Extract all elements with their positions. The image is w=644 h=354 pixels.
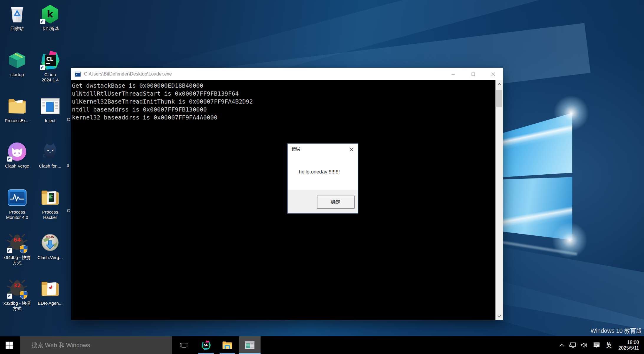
taskbar: CL xyxy=(0,336,644,354)
console-line: ulKernel32BaseThreadInitThunk is 0x00007… xyxy=(72,98,495,106)
desktop-icon-edr-agent-folder[interactable]: EDR-Agen... xyxy=(34,278,67,306)
svg-text:64: 64 xyxy=(13,237,21,243)
taskbar-search-input[interactable] xyxy=(20,336,172,354)
dialog-titlebar[interactable]: 错误 xyxy=(288,144,358,155)
speaker-icon xyxy=(581,342,588,348)
console-scrollbar[interactable] xyxy=(495,80,503,320)
desktop-icon-clion[interactable]: CL CLion 2024.1.4 xyxy=(34,50,67,83)
shortcut-arrow-icon xyxy=(40,19,45,24)
system-tray: 英 18:00 2025/5/11 xyxy=(557,336,640,354)
svg-text:k: k xyxy=(47,9,53,20)
desktop-icon-processexplorer-folder[interactable]: ProcessEx... xyxy=(1,96,34,123)
chevron-up-icon xyxy=(498,83,501,85)
folder-terminal-icon xyxy=(39,187,61,208)
error-dialog: 错误 hello,oneday!!!!!!!!! 确定 xyxy=(287,143,358,214)
console-line: Get dwstackBase is 0x000000ED18B40000 xyxy=(72,82,495,90)
clash-cat-icon xyxy=(39,141,61,162)
minimize-button[interactable] xyxy=(443,68,463,80)
clock-time: 18:00 xyxy=(618,340,639,345)
minimize-icon xyxy=(451,72,455,76)
taskbar-app-file-explorer[interactable] xyxy=(218,336,237,354)
desktop-icon-process-monitor[interactable]: Process Monitor 4.0 xyxy=(1,187,34,220)
file-explorer-icon xyxy=(222,341,233,350)
console-line: ntdll baseaddrss is 0x00007FF9FB130000 xyxy=(72,106,495,114)
action-center-icon xyxy=(593,342,600,349)
dialog-close-button[interactable] xyxy=(345,144,358,155)
app-window-icon xyxy=(39,96,61,117)
task-view-button[interactable] xyxy=(177,336,191,354)
icon-label: Process Hacker xyxy=(35,209,65,220)
tray-volume[interactable] xyxy=(579,336,590,354)
scroll-up-button[interactable] xyxy=(495,80,503,88)
console-window: C:\Users\BitDefender\Desktop\Loader.exe … xyxy=(71,68,503,320)
desktop-icon-x64dbg[interactable]: 64 x64dbg - 快捷方式 xyxy=(1,232,34,266)
desktop-icon-process-hacker[interactable]: Process Hacker xyxy=(34,187,67,220)
close-icon xyxy=(491,72,495,76)
process-monitor-icon xyxy=(6,187,28,208)
maximize-button[interactable] xyxy=(463,68,483,80)
icon-label: Clash.Verg... xyxy=(37,255,63,260)
desktop-icon-startup[interactable]: startup xyxy=(1,50,34,77)
dialog-message: hello,oneday!!!!!!!!! xyxy=(299,169,340,175)
desktop-icon-nsis-installer[interactable]: NSIS Clash.Verg... xyxy=(34,232,67,260)
folder-icon xyxy=(6,96,28,117)
console-titlebar[interactable]: C:\Users\BitDefender\Desktop\Loader.exe xyxy=(71,68,503,80)
shortcut-arrow-icon xyxy=(40,65,45,70)
svg-text:CL: CL xyxy=(204,343,208,346)
icon-label: Inject xyxy=(45,118,55,123)
maximize-icon xyxy=(471,72,475,76)
console-window-title: C:\Users\BitDefender\Desktop\Loader.exe xyxy=(84,71,172,77)
clipped-icon-label: C xyxy=(67,208,70,213)
shortcut-arrow-icon xyxy=(7,294,12,299)
icon-label: x64dbg - 快捷方式 xyxy=(2,255,32,266)
task-view-icon xyxy=(180,342,188,348)
tray-clock[interactable]: 18:00 2025/5/11 xyxy=(615,340,640,351)
start-button[interactable] xyxy=(0,336,18,354)
icon-label: CLion 2024.1.4 xyxy=(35,72,65,83)
bug-debugger-icon: 32 xyxy=(6,278,28,299)
taskbar-app-clion[interactable]: CL xyxy=(196,336,216,354)
ok-button[interactable]: 确定 xyxy=(317,196,355,209)
desktop-icon-x32dbg[interactable]: 32 x32dbg - 快捷方式 xyxy=(1,278,34,311)
tray-network[interactable] xyxy=(567,336,579,354)
icon-label: ProcessEx... xyxy=(5,118,29,123)
svg-text:CL: CL xyxy=(46,56,53,62)
desktop-icon-recycle-bin[interactable]: 回收站 xyxy=(1,4,34,31)
close-icon xyxy=(349,147,354,152)
chevron-down-icon xyxy=(498,315,501,317)
bug-debugger-icon: 64 xyxy=(6,232,28,254)
desktop-icon-inject[interactable]: Inject xyxy=(34,96,67,123)
scroll-down-button[interactable] xyxy=(495,312,503,320)
taskbar-app-console-active[interactable] xyxy=(239,336,261,354)
installer-globe-icon: NSIS xyxy=(39,232,61,254)
clion-icon: CL xyxy=(39,50,61,71)
uac-shield-icon xyxy=(19,291,28,299)
recycle-bin-icon xyxy=(6,4,28,25)
icon-label: EDR-Agen... xyxy=(38,301,62,306)
clock-date: 2025/5/11 xyxy=(618,345,639,351)
clipped-icon-label: C xyxy=(67,117,70,122)
tray-action-center[interactable] xyxy=(590,336,603,354)
icon-label: 卡巴斯基 xyxy=(41,26,59,31)
kaspersky-icon: k xyxy=(39,4,61,25)
uac-shield-icon xyxy=(19,245,28,254)
tray-input-method[interactable]: 英 xyxy=(603,336,615,354)
scrollbar-thumb[interactable] xyxy=(496,90,502,107)
dialog-title: 错误 xyxy=(291,146,300,152)
desktop-icon-kaspersky[interactable]: k 卡巴斯基 xyxy=(34,4,67,31)
clash-verge-icon xyxy=(6,141,28,162)
shortcut-arrow-icon xyxy=(7,248,12,253)
svg-text:NSIS: NSIS xyxy=(46,235,54,239)
desktop-screen: 回收站 k 卡巴斯基 xyxy=(0,0,644,354)
clion-icon: CL xyxy=(201,340,211,350)
desktop-icon-clash-for-windows[interactable]: Clash.for.... xyxy=(34,141,67,169)
console-app-icon xyxy=(245,341,255,349)
desktop-icon-clash-verge[interactable]: Clash Verge xyxy=(1,141,34,169)
tray-show-hidden-icons[interactable] xyxy=(557,336,567,354)
icon-label: Clash.for.... xyxy=(39,163,61,169)
console-line: kernel32 baseaddrss is 0x00007FF9FA4A000… xyxy=(72,114,495,122)
console-line: ulNtdllRtlUserThreadStart is 0x00007FF9F… xyxy=(72,90,495,98)
windows-logo-icon xyxy=(6,342,13,349)
icon-label: 回收站 xyxy=(11,26,24,31)
close-button[interactable] xyxy=(483,68,503,80)
